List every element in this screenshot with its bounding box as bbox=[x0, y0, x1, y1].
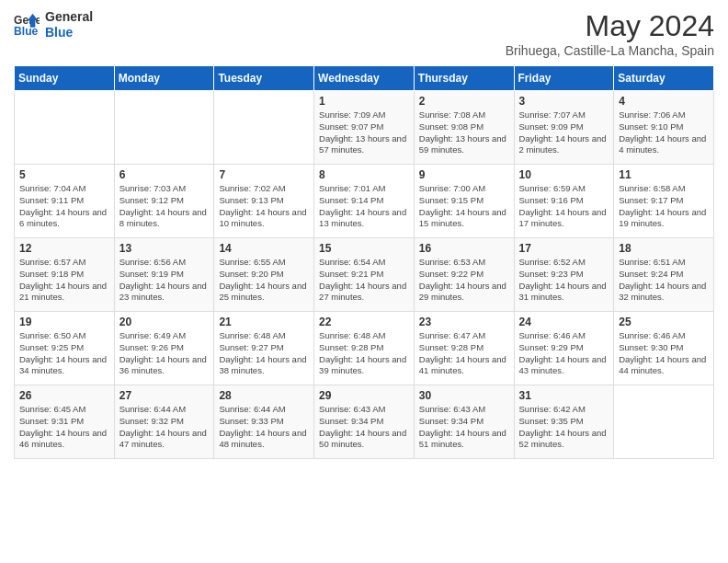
calendar-cell: 28Sunrise: 6:44 AM Sunset: 9:33 PM Dayli… bbox=[214, 385, 314, 459]
calendar-cell: 5Sunrise: 7:04 AM Sunset: 9:11 PM Daylig… bbox=[15, 165, 115, 238]
calendar-cell: 11Sunrise: 6:58 AM Sunset: 9:17 PM Dayli… bbox=[614, 165, 714, 238]
cell-info: Sunrise: 6:57 AM Sunset: 9:18 PM Dayligh… bbox=[19, 257, 109, 304]
day-number: 24 bbox=[519, 316, 609, 328]
cell-info: Sunrise: 7:00 AM Sunset: 9:15 PM Dayligh… bbox=[419, 183, 509, 230]
calendar-cell: 7Sunrise: 7:02 AM Sunset: 9:13 PM Daylig… bbox=[214, 165, 314, 238]
day-number: 2 bbox=[419, 95, 509, 108]
calendar-table: SundayMondayTuesdayWednesdayThursdayFrid… bbox=[14, 65, 714, 459]
cell-info: Sunrise: 7:08 AM Sunset: 9:08 PM Dayligh… bbox=[419, 109, 509, 156]
day-number: 21 bbox=[219, 316, 309, 328]
calendar-cell: 20Sunrise: 6:49 AM Sunset: 9:26 PM Dayli… bbox=[114, 312, 214, 385]
cell-info: Sunrise: 6:50 AM Sunset: 9:25 PM Dayligh… bbox=[19, 330, 109, 377]
day-number: 23 bbox=[419, 316, 509, 328]
cell-info: Sunrise: 6:49 AM Sunset: 9:26 PM Dayligh… bbox=[119, 330, 210, 377]
calendar-cell: 29Sunrise: 6:43 AM Sunset: 9:34 PM Dayli… bbox=[314, 385, 415, 459]
calendar-cell: 25Sunrise: 6:46 AM Sunset: 9:30 PM Dayli… bbox=[614, 312, 714, 385]
day-number: 18 bbox=[619, 242, 709, 255]
cell-info: Sunrise: 6:45 AM Sunset: 9:31 PM Dayligh… bbox=[19, 404, 109, 451]
day-of-week-header: Tuesday bbox=[214, 66, 314, 91]
location-subtitle: Brihuega, Castille-La Mancha, Spain bbox=[506, 43, 714, 58]
calendar-cell: 13Sunrise: 6:56 AM Sunset: 9:19 PM Dayli… bbox=[114, 238, 214, 312]
calendar-week-row: 1Sunrise: 7:09 AM Sunset: 9:07 PM Daylig… bbox=[15, 91, 714, 165]
calendar-cell: 6Sunrise: 7:03 AM Sunset: 9:12 PM Daylig… bbox=[114, 165, 214, 238]
month-title: May 2024 bbox=[506, 9, 714, 43]
day-number: 10 bbox=[519, 168, 609, 181]
day-number: 14 bbox=[219, 242, 309, 255]
day-number: 26 bbox=[19, 389, 109, 402]
cell-info: Sunrise: 6:46 AM Sunset: 9:30 PM Dayligh… bbox=[619, 330, 709, 377]
cell-info: Sunrise: 6:59 AM Sunset: 9:16 PM Dayligh… bbox=[519, 183, 609, 230]
cell-info: Sunrise: 6:43 AM Sunset: 9:34 PM Dayligh… bbox=[319, 404, 409, 451]
day-of-week-header: Sunday bbox=[15, 66, 115, 91]
cell-info: Sunrise: 6:55 AM Sunset: 9:20 PM Dayligh… bbox=[219, 257, 309, 304]
calendar-cell: 3Sunrise: 7:07 AM Sunset: 9:09 PM Daylig… bbox=[514, 91, 614, 165]
day-number: 13 bbox=[119, 242, 210, 255]
day-number: 1 bbox=[319, 95, 409, 108]
calendar-header-row: SundayMondayTuesdayWednesdayThursdayFrid… bbox=[15, 66, 714, 91]
calendar-cell bbox=[214, 91, 314, 165]
calendar-cell bbox=[614, 385, 714, 459]
calendar-cell: 1Sunrise: 7:09 AM Sunset: 9:07 PM Daylig… bbox=[314, 91, 415, 165]
cell-info: Sunrise: 7:04 AM Sunset: 9:11 PM Dayligh… bbox=[19, 183, 109, 230]
cell-info: Sunrise: 6:42 AM Sunset: 9:35 PM Dayligh… bbox=[519, 404, 609, 451]
calendar-cell: 19Sunrise: 6:50 AM Sunset: 9:25 PM Dayli… bbox=[15, 312, 115, 385]
cell-info: Sunrise: 7:01 AM Sunset: 9:14 PM Dayligh… bbox=[319, 183, 409, 230]
logo-line1: General bbox=[45, 9, 93, 25]
day-number: 7 bbox=[219, 168, 309, 181]
day-number: 30 bbox=[419, 389, 509, 402]
day-number: 12 bbox=[19, 242, 109, 255]
day-number: 16 bbox=[419, 242, 509, 255]
calendar-cell bbox=[15, 91, 115, 165]
page-header: General Blue General Blue May 2024 Brihu… bbox=[14, 9, 714, 58]
calendar-week-row: 19Sunrise: 6:50 AM Sunset: 9:25 PM Dayli… bbox=[15, 312, 714, 385]
day-number: 9 bbox=[419, 168, 509, 181]
day-number: 8 bbox=[319, 168, 409, 181]
day-number: 31 bbox=[519, 389, 609, 402]
calendar-cell: 31Sunrise: 6:42 AM Sunset: 9:35 PM Dayli… bbox=[514, 385, 614, 459]
day-number: 3 bbox=[519, 95, 609, 108]
logo-line2: Blue bbox=[45, 25, 93, 40]
calendar-cell bbox=[114, 91, 214, 165]
calendar-cell: 27Sunrise: 6:44 AM Sunset: 9:32 PM Dayli… bbox=[114, 385, 214, 459]
cell-info: Sunrise: 6:46 AM Sunset: 9:29 PM Dayligh… bbox=[519, 330, 609, 377]
cell-info: Sunrise: 6:43 AM Sunset: 9:34 PM Dayligh… bbox=[419, 404, 509, 451]
calendar-cell: 26Sunrise: 6:45 AM Sunset: 9:31 PM Dayli… bbox=[15, 385, 115, 459]
cell-info: Sunrise: 6:53 AM Sunset: 9:22 PM Dayligh… bbox=[419, 257, 509, 304]
calendar-cell: 12Sunrise: 6:57 AM Sunset: 9:18 PM Dayli… bbox=[15, 238, 115, 312]
day-number: 19 bbox=[19, 316, 109, 328]
day-number: 15 bbox=[319, 242, 409, 255]
calendar-cell: 16Sunrise: 6:53 AM Sunset: 9:22 PM Dayli… bbox=[414, 238, 514, 312]
day-of-week-header: Monday bbox=[114, 66, 214, 91]
cell-info: Sunrise: 7:09 AM Sunset: 9:07 PM Dayligh… bbox=[319, 109, 409, 156]
calendar-week-row: 26Sunrise: 6:45 AM Sunset: 9:31 PM Dayli… bbox=[15, 385, 714, 459]
cell-info: Sunrise: 6:47 AM Sunset: 9:28 PM Dayligh… bbox=[419, 330, 509, 377]
calendar-cell: 2Sunrise: 7:08 AM Sunset: 9:08 PM Daylig… bbox=[414, 91, 514, 165]
calendar-cell: 4Sunrise: 7:06 AM Sunset: 9:10 PM Daylig… bbox=[614, 91, 714, 165]
day-number: 4 bbox=[619, 95, 709, 108]
day-of-week-header: Saturday bbox=[614, 66, 714, 91]
day-of-week-header: Wednesday bbox=[314, 66, 415, 91]
calendar-cell: 8Sunrise: 7:01 AM Sunset: 9:14 PM Daylig… bbox=[314, 165, 415, 238]
day-number: 29 bbox=[319, 389, 409, 402]
day-number: 27 bbox=[119, 389, 210, 402]
cell-info: Sunrise: 6:52 AM Sunset: 9:23 PM Dayligh… bbox=[519, 257, 609, 304]
day-number: 6 bbox=[119, 168, 210, 181]
cell-info: Sunrise: 6:51 AM Sunset: 9:24 PM Dayligh… bbox=[619, 257, 709, 304]
day-number: 11 bbox=[619, 168, 709, 181]
cell-info: Sunrise: 6:44 AM Sunset: 9:33 PM Dayligh… bbox=[219, 404, 309, 451]
day-number: 17 bbox=[519, 242, 609, 255]
cell-info: Sunrise: 6:48 AM Sunset: 9:28 PM Dayligh… bbox=[319, 330, 409, 377]
day-of-week-header: Friday bbox=[514, 66, 614, 91]
cell-info: Sunrise: 6:44 AM Sunset: 9:32 PM Dayligh… bbox=[119, 404, 210, 451]
calendar-week-row: 12Sunrise: 6:57 AM Sunset: 9:18 PM Dayli… bbox=[15, 238, 714, 312]
day-number: 22 bbox=[319, 316, 409, 328]
cell-info: Sunrise: 6:48 AM Sunset: 9:27 PM Dayligh… bbox=[219, 330, 309, 377]
calendar-cell: 18Sunrise: 6:51 AM Sunset: 9:24 PM Dayli… bbox=[614, 238, 714, 312]
calendar-week-row: 5Sunrise: 7:04 AM Sunset: 9:11 PM Daylig… bbox=[15, 165, 714, 238]
calendar-cell: 23Sunrise: 6:47 AM Sunset: 9:28 PM Dayli… bbox=[414, 312, 514, 385]
logo-icon: General Blue bbox=[14, 12, 40, 38]
cell-info: Sunrise: 6:54 AM Sunset: 9:21 PM Dayligh… bbox=[319, 257, 409, 304]
day-number: 25 bbox=[619, 316, 709, 328]
calendar-cell: 17Sunrise: 6:52 AM Sunset: 9:23 PM Dayli… bbox=[514, 238, 614, 312]
calendar-cell: 22Sunrise: 6:48 AM Sunset: 9:28 PM Dayli… bbox=[314, 312, 415, 385]
